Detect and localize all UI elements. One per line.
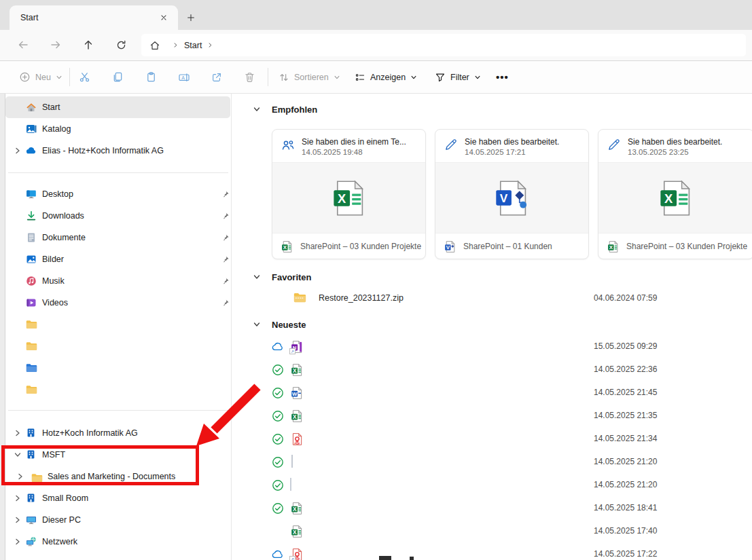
excel-file-thumbnail [598, 162, 752, 234]
sidebar-item-start[interactable]: Start [5, 96, 230, 118]
recent-file-row[interactable]: ↗ 15.05.2025 09:29 [232, 335, 752, 358]
chevron-right-icon[interactable] [14, 147, 22, 155]
synced-check-icon [272, 456, 284, 468]
music-icon [26, 276, 37, 286]
up-button[interactable] [82, 38, 95, 52]
sidebar-item-desktop[interactable]: Desktop [5, 183, 230, 205]
folder-icon [26, 341, 37, 352]
recent-file-row[interactable]: 14.05.2025 21:34 [232, 428, 752, 451]
visio-file-icon [444, 240, 456, 253]
toolbar-divider [69, 68, 70, 86]
recent-file-row[interactable]: 14.05.2025 22:36 [232, 358, 752, 381]
delete-button[interactable] [244, 61, 255, 93]
home-colored-icon [26, 102, 37, 113]
filter-button[interactable]: Filter [435, 61, 481, 93]
pdf-file-icon [290, 432, 304, 446]
toolbar-divider [268, 68, 268, 86]
recent-file-row[interactable]: 14.05.2025 21:45 [232, 381, 752, 405]
section-neueste[interactable]: Neueste [253, 318, 306, 331]
chevron-down-icon[interactable] [253, 105, 261, 113]
command-toolbar: Neu Sortieren Anzeigen Filter ••• [0, 61, 752, 94]
pin-icon [221, 212, 230, 220]
synced-check-icon [272, 364, 284, 376]
sort-button[interactable]: Sortieren [279, 61, 340, 93]
pencil-icon [444, 138, 458, 152]
annotation-highlight-box [1, 445, 199, 485]
recommended-card[interactable]: Sie haben dies bearbeitet. 13.05.2025 23… [598, 129, 752, 259]
copy-button[interactable] [112, 61, 124, 93]
pin-icon [221, 190, 230, 198]
sidebar-section-divider [8, 410, 228, 411]
more-options-button[interactable]: ••• [496, 61, 509, 93]
sidebar-item-folder[interactable] [5, 314, 230, 335]
recent-file-row[interactable]: 14.05.2025 21:20 [232, 474, 752, 497]
sidebar-item-netzwerk[interactable]: Netzwerk [5, 531, 230, 553]
recommended-card[interactable]: Sie haben dies in einem Te... 14.05.2025… [272, 129, 426, 259]
sidebar-section-divider [8, 172, 228, 173]
rename-button[interactable] [178, 61, 190, 93]
this-pc-icon [26, 515, 37, 525]
word-file-icon [290, 386, 304, 400]
pdf-file-icon: ↗ [290, 548, 304, 560]
breadcrumb-chevron-icon [173, 42, 179, 48]
sidebar-item-bilder[interactable]: Bilder [5, 248, 230, 270]
chevron-right-icon[interactable] [14, 538, 22, 546]
sidebar-item-katalog[interactable]: Katalog [5, 118, 230, 140]
back-button[interactable] [16, 38, 30, 52]
building-icon [26, 428, 37, 438]
cut-button[interactable] [79, 61, 90, 93]
paste-button[interactable] [145, 61, 157, 93]
excel-file-icon [290, 363, 304, 377]
recent-file-row[interactable]: 14.05.2025 21:35 [232, 405, 752, 428]
chevron-down-icon[interactable] [253, 273, 261, 281]
image-file-thumbnail [290, 479, 304, 492]
desktop-icon [26, 189, 37, 200]
pin-icon [221, 255, 230, 263]
favorite-file-row[interactable]: Restore_20231127.zip 04.06.2024 07:59 [232, 287, 752, 310]
sidebar-item-musik[interactable]: Musik [5, 270, 230, 292]
sidebar-item-folder[interactable] [5, 335, 230, 357]
sidebar-item-org-hotzkoch[interactable]: Hotz+Koch Informatik AG [5, 422, 230, 444]
recommended-card[interactable]: Sie haben dies bearbeitet. 14.05.2025 17… [435, 129, 589, 259]
new-tab-button[interactable] [182, 9, 200, 26]
sidebar-item-onedrive[interactable]: Elias - Hotz+Koch Informatik AG [5, 140, 230, 162]
sidebar-item-dokumente[interactable]: Dokumente [5, 227, 230, 248]
download-icon [26, 210, 37, 221]
sidebar-item-downloads[interactable]: Downloads [5, 205, 230, 227]
chevron-down-icon[interactable] [253, 320, 261, 329]
sidebar-item-folder[interactable] [5, 357, 230, 379]
sidebar-item-small-room[interactable]: Small Room [5, 487, 230, 509]
forward-button[interactable] [49, 38, 62, 52]
recent-file-row[interactable]: 14.05.2025 21:20 [232, 451, 752, 474]
tab-close-button[interactable] [156, 10, 171, 25]
excel-file-icon [290, 502, 304, 515]
section-empfohlen[interactable]: Empfohlen [253, 103, 317, 115]
chevron-right-icon[interactable] [14, 494, 22, 502]
breadcrumb-item-start[interactable]: Start [184, 41, 202, 50]
recent-file-row[interactable]: ↗ 14.05.2025 17:22 [232, 543, 752, 560]
excel-file-icon [290, 525, 304, 538]
ellipsis-icon: ••• [496, 71, 509, 83]
share-button[interactable] [211, 61, 222, 93]
blue-folder-icon [26, 362, 37, 373]
onedrive-cloud-icon [26, 145, 37, 156]
recent-file-row[interactable]: 14.05.2025 18:41 [232, 497, 752, 520]
home-icon[interactable] [149, 40, 160, 51]
chevron-right-icon[interactable] [14, 516, 22, 524]
chevron-right-icon[interactable] [14, 429, 22, 437]
section-favoriten[interactable]: Favoriten [253, 271, 312, 283]
breadcrumb[interactable]: Start [141, 34, 746, 56]
sidebar-item-folder[interactable] [5, 379, 230, 400]
visio-file-thumbnail [435, 162, 588, 234]
network-icon [26, 536, 37, 547]
sidebar-item-dieser-pc[interactable]: Dieser PC [5, 509, 230, 531]
breadcrumb-chevron-icon[interactable] [207, 42, 213, 48]
new-button[interactable]: Neu [19, 61, 62, 93]
recent-files-list: ↗ 15.05.2025 09:29 14.05.2025 22:36 14.0… [232, 335, 752, 560]
explorer-tab-start[interactable]: Start [10, 5, 178, 30]
sidebar-item-videos[interactable]: Videos [5, 292, 230, 314]
recent-file-row[interactable]: 14.05.2025 17:40 [232, 520, 752, 543]
view-button[interactable]: Anzeigen [355, 61, 417, 93]
refresh-button[interactable] [114, 38, 128, 52]
excel-file-icon [607, 240, 620, 253]
